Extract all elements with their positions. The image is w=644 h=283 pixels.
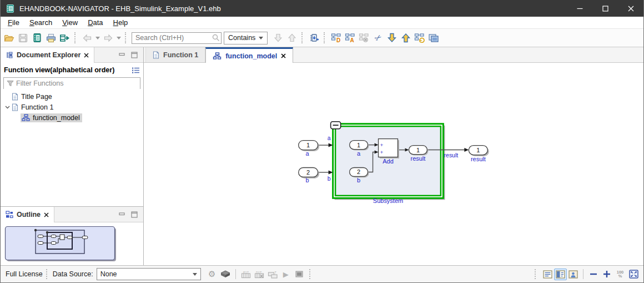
main-toolbar: Contains <box>1 29 643 47</box>
stop-button[interactable] <box>293 267 306 281</box>
menu-file[interactable]: File <box>3 17 24 28</box>
view-menu-icon[interactable] <box>132 67 140 74</box>
menu-view[interactable]: View <box>57 17 83 28</box>
tab-function-model[interactable]: function_model <box>205 47 293 63</box>
document-explorer-panel: Document Explorer <box>1 47 143 206</box>
tree-item-title-page[interactable]: Title Page <box>1 91 143 102</box>
inner-outport-result-block[interactable]: 1 <box>409 146 428 156</box>
search-next-button[interactable] <box>271 31 285 45</box>
document-explorer-tab[interactable]: Document Explorer <box>1 47 94 63</box>
model-refresh-icon <box>414 33 425 43</box>
print-button[interactable] <box>44 31 58 45</box>
close-icon[interactable] <box>44 212 49 217</box>
measurement-grid-button[interactable]: P1T <box>239 267 253 281</box>
document-icon <box>153 51 159 59</box>
measurement-remove-icon: D1T <box>254 270 264 279</box>
save-button[interactable] <box>16 31 30 45</box>
document-explorer-body: Function view(alphabetical order) <box>1 63 143 206</box>
application-window: EHANDBOOK-NAVIGATOR - EHB_Simulink_Examp… <box>0 0 644 283</box>
export-handbook-button[interactable] <box>58 31 72 45</box>
outline-thumbnail[interactable] <box>4 225 119 264</box>
settings-button[interactable]: ⚙ <box>205 267 219 281</box>
play-icon: ▶ <box>283 270 289 279</box>
menu-data[interactable]: Data <box>83 17 108 28</box>
model-canvas[interactable]: 1 a 2 b a b <box>144 63 643 265</box>
data-source-select[interactable]: None <box>97 268 201 280</box>
tree-item-function-model[interactable]: function_model <box>1 112 143 123</box>
zoom-100-icon: 100 % <box>617 270 624 278</box>
back-button[interactable] <box>80 31 94 45</box>
content-area: Document Explorer <box>1 47 643 265</box>
fit-to-screen-button[interactable] <box>627 267 640 281</box>
document-explorer-title: Document Explorer <box>17 51 80 59</box>
contains-dropdown[interactable]: Contains <box>224 32 268 44</box>
close-button[interactable] <box>618 0 643 17</box>
maximize-panel-icon[interactable] <box>131 52 138 58</box>
forward-dropdown-button[interactable] <box>115 31 122 45</box>
function-tree: Title Page <box>1 91 143 123</box>
export-model-button[interactable] <box>399 31 412 45</box>
expander-chevron-icon[interactable] <box>3 106 12 109</box>
filter-functions-input[interactable] <box>4 78 140 89</box>
toolbar-grip <box>74 32 78 43</box>
zoom-100-button[interactable]: 100 % <box>613 267 627 281</box>
outport-result-block[interactable]: 1 <box>469 146 489 156</box>
menu-help[interactable]: Help <box>108 17 133 28</box>
minimize-panel-icon[interactable] <box>119 52 125 58</box>
measurement-remove-button[interactable]: D1T <box>253 267 266 281</box>
search-input[interactable] <box>132 32 222 44</box>
save-icon <box>18 33 28 43</box>
document-tabbar: Function 1 function_model <box>144 47 643 63</box>
collapse-subsystem-button[interactable] <box>331 122 341 129</box>
model-data-button[interactable]: D <box>329 31 343 45</box>
back-dropdown-button[interactable] <box>94 31 101 45</box>
tree-hierarchy-icon <box>6 51 13 59</box>
forward-button[interactable] <box>101 31 115 45</box>
person-view-button[interactable] <box>567 269 580 280</box>
search-box <box>132 32 222 44</box>
close-icon[interactable] <box>281 53 286 58</box>
measurement-sync-button[interactable]: T <box>266 267 279 281</box>
maximize-button[interactable] <box>592 0 618 17</box>
zoom-out-button[interactable] <box>587 267 600 281</box>
menu-bar: File Search View Data Help <box>1 17 643 29</box>
model-annotation-button[interactable]: A <box>343 31 357 45</box>
zoom-in-button[interactable] <box>600 267 613 281</box>
tree-item-function-1[interactable]: Function 1 <box>1 102 143 112</box>
page-view-icon <box>543 270 552 279</box>
maximize-panel-icon[interactable] <box>131 211 138 218</box>
handbook-properties-button[interactable] <box>30 31 44 45</box>
tab-function-1[interactable]: Function 1 <box>145 47 205 62</box>
minimize-panel-icon[interactable] <box>119 212 125 217</box>
import-model-button[interactable] <box>385 31 399 45</box>
page-view-button[interactable] <box>541 269 554 280</box>
views-button[interactable] <box>426 31 440 45</box>
import-arrow-icon <box>388 33 396 43</box>
minimize-button[interactable] <box>567 0 592 17</box>
document-icon <box>12 103 18 111</box>
search-previous-button[interactable] <box>285 31 299 45</box>
person-view-icon <box>568 270 578 279</box>
add-block[interactable]: + + <box>379 139 399 158</box>
inner-outport-result-label: result <box>411 155 426 162</box>
open-handbook-button[interactable] <box>2 31 16 45</box>
inner-inport-a-block[interactable]: 1 <box>350 141 369 151</box>
outline-tab[interactable]: Outline <box>1 207 54 222</box>
model-annotation-icon: A <box>345 33 355 43</box>
model-cut-button[interactable]: ✂ <box>371 31 385 45</box>
data-provider-button[interactable] <box>219 267 232 281</box>
tree-item-label: Title Page <box>21 93 52 101</box>
svg-text:1: 1 <box>476 147 480 153</box>
toolbar-grip <box>324 32 328 43</box>
model-refresh-button[interactable] <box>412 31 426 45</box>
statusbar-separator <box>583 269 583 279</box>
menu-search[interactable]: Search <box>24 17 57 28</box>
close-icon[interactable] <box>84 53 89 58</box>
inner-inport-b-block[interactable]: 2 <box>350 167 369 177</box>
play-button[interactable]: ▶ <box>279 267 293 281</box>
split-view-button[interactable] <box>554 269 567 280</box>
selected-tree-item: function_model <box>21 113 82 122</box>
license-status: Full License <box>6 270 43 278</box>
model-disable-button[interactable] <box>357 31 371 45</box>
model-integration-button[interactable] <box>307 31 321 45</box>
